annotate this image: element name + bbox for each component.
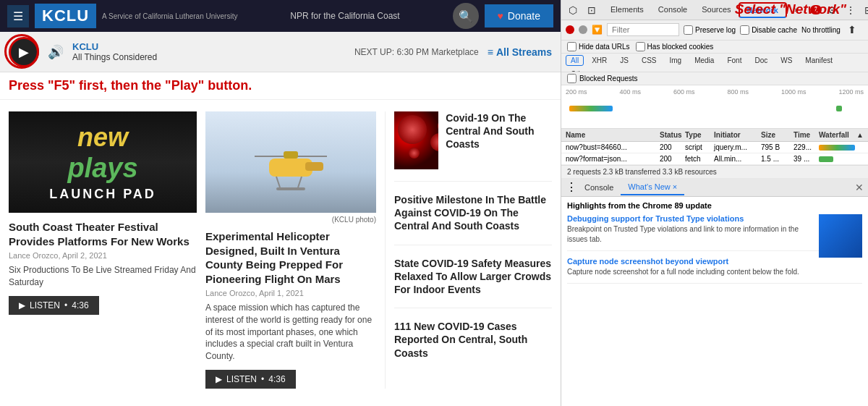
no-throttling-label: No throttling — [801, 26, 841, 34]
filter-xhr[interactable]: XHR — [587, 55, 612, 66]
station-info: KCLU All Things Considered — [72, 41, 157, 62]
covid-bubble-2 — [430, 133, 438, 151]
filter-css[interactable]: CSS — [637, 55, 662, 66]
theater-image: new plays LAUNCH PAD — [9, 111, 197, 213]
console-item-1: Debugging support for Trusted Type viola… — [567, 214, 862, 251]
disable-cache-check[interactable] — [740, 25, 749, 35]
upload-button[interactable]: ⬆ — [845, 22, 859, 37]
filter-all[interactable]: All — [566, 55, 584, 66]
filter-font[interactable]: Font — [722, 55, 746, 66]
player-bar: ▶ 🔊 KCLU All Things Considered NEXT UP: … — [0, 32, 561, 72]
middle-article-title[interactable]: Experimental Helicopter Designed, Built … — [205, 229, 376, 286]
preserve-log-check[interactable] — [684, 25, 693, 35]
hide-data-urls-label: Hide data URLs — [579, 43, 630, 51]
filter-manifest[interactable]: Manifest — [800, 55, 838, 66]
heart-icon: ♥ — [498, 10, 503, 22]
blocked-cookies-checkbox: Has blocked cookies — [636, 42, 714, 51]
record-button[interactable] — [566, 25, 574, 34]
tab-elements[interactable]: Elements — [603, 3, 651, 17]
middle-article-byline: Lance Orozco, April 1, 2021 — [205, 289, 376, 297]
settings-button[interactable]: ⚙ — [825, 3, 840, 17]
console-item-title-1[interactable]: Debugging support for Trusted Type viola… — [567, 214, 862, 223]
console-item-title-2[interactable]: Capture node screenshot beyond viewport — [567, 257, 862, 266]
volume-icon[interactable]: 🔊 — [48, 44, 64, 60]
dock-button[interactable]: ⊞ — [861, 3, 868, 17]
right-article-3: State COVID-19 Safety Measures Relaxed T… — [394, 257, 552, 309]
left-article-title[interactable]: South Coast Theater Festival Provides Pl… — [9, 220, 197, 248]
all-streams-label: All Streams — [496, 46, 552, 58]
tab-more[interactable]: » — [787, 3, 806, 17]
col-header-initiator: Initiator — [714, 131, 761, 139]
right-article-title-2[interactable]: Positive Milestone In The Battle Against… — [394, 193, 552, 233]
hide-data-urls-check[interactable] — [567, 42, 576, 51]
listen-separator: • — [64, 300, 67, 310]
tab-network[interactable]: Network — [739, 2, 787, 18]
covid-bubble-1 — [398, 115, 427, 144]
filter-img[interactable]: Img — [664, 55, 686, 66]
filter-media[interactable]: Media — [689, 55, 719, 66]
devtools-filter-tabs: All XHR JS CSS Img Media Font Doc WS Man… — [561, 54, 868, 72]
hamburger-button[interactable]: ☰ — [7, 5, 29, 28]
row1-type: script — [685, 143, 714, 151]
devtools-inspect-button[interactable]: ⬡ — [566, 3, 580, 17]
row2-name: now?format=json... — [566, 155, 660, 163]
disable-cache-label: Disable cache — [752, 26, 797, 34]
devtools-cursor-button[interactable]: ⊡ — [584, 3, 599, 17]
donate-button[interactable]: ♥ Donate — [485, 4, 553, 28]
clear-button[interactable] — [579, 25, 587, 34]
search-icon: 🔍 — [459, 9, 473, 23]
devtools-panel: ⬡ ⊡ Elements Console Sources Network » 2… — [561, 0, 868, 406]
row2-waterfall — [819, 156, 864, 162]
covid-bubble-4 — [409, 148, 420, 158]
row1-time: 229... — [793, 143, 819, 151]
network-row-1[interactable]: now?bust=84660... 200 script jquery.m...… — [561, 142, 868, 153]
middle-listen-button[interactable]: ▶ LISTEN • 4:36 — [205, 370, 296, 389]
filter-ws[interactable]: WS — [775, 55, 797, 66]
search-button[interactable]: 🔍 — [453, 3, 479, 29]
hide-data-urls-checkbox: Hide data URLs — [567, 42, 630, 51]
filter-input[interactable] — [607, 23, 679, 36]
network-row-2[interactable]: now?format=json... 200 fetch All.min... … — [561, 153, 868, 165]
tab-whats-new[interactable]: What's New × — [621, 179, 684, 195]
all-streams-button[interactable]: ≡ All Streams — [488, 46, 552, 58]
blocked-cookies-check[interactable] — [636, 42, 645, 51]
article-left: new plays LAUNCH PAD South Coast Theater… — [9, 111, 197, 389]
streams-icon: ≡ — [488, 46, 493, 58]
close-bottom-panel[interactable]: ✕ — [855, 182, 864, 193]
kclu-logo: KCLU — [35, 4, 96, 28]
filter-icon: 🔽 — [592, 25, 603, 35]
play-button[interactable]: ▶ — [9, 37, 39, 67]
covid-bubble-3 — [438, 119, 438, 133]
timeline-markers: 200 ms 400 ms 600 ms 800 ms 1000 ms 1200… — [566, 88, 864, 96]
filter-doc[interactable]: Doc — [749, 55, 773, 66]
left-listen-button[interactable]: ▶ LISTEN • 4:36 — [9, 296, 99, 315]
marker-800: 800 ms — [727, 88, 749, 96]
more-options-button[interactable]: ⋮ — [843, 3, 859, 17]
tab-console-bottom[interactable]: Console — [577, 180, 621, 195]
photo-credit: (KCLU photo) — [205, 216, 376, 224]
row2-time: 39 ... — [793, 155, 819, 163]
filter-js[interactable]: JS — [615, 55, 634, 66]
row1-waterfall — [819, 145, 864, 151]
row2-type: fetch — [685, 155, 714, 163]
right-article-title-4[interactable]: 111 New COVID-19 Cases Reported On Centr… — [394, 320, 552, 360]
tab-console[interactable]: Console — [651, 3, 694, 17]
right-article-title-3[interactable]: State COVID-19 Safety Measures Relaxed T… — [394, 257, 552, 297]
devtools-bottom-tabs: ⋮ Console What's New × ✕ — [561, 178, 868, 197]
row1-size: 795 B — [761, 143, 793, 151]
marker-1200: 1200 ms — [838, 88, 864, 96]
disable-cache-checkbox: Disable cache — [740, 25, 797, 35]
right-article-title-1[interactable]: Covid-19 On The Central And South Coasts — [446, 111, 552, 169]
blocked-requests-label: Blocked Requests — [579, 75, 638, 83]
col-header-size: Size — [761, 131, 793, 139]
middle-article-desc: A space mission which has captured the i… — [205, 302, 376, 363]
blocked-requests-check[interactable] — [567, 74, 576, 83]
marker-200: 200 ms — [566, 88, 587, 96]
article-middle: (KCLU photo) Experimental Helicopter Des… — [197, 111, 385, 389]
timeline-request-bar-1 — [569, 106, 613, 111]
three-dot-menu[interactable]: ⋮ — [566, 180, 577, 194]
listen-duration-2: 4:36 — [268, 374, 285, 384]
right-article-2: Positive Milestone In The Battle Against… — [394, 193, 552, 245]
console-image-1 — [819, 214, 862, 258]
tab-sources[interactable]: Sources — [694, 3, 738, 17]
